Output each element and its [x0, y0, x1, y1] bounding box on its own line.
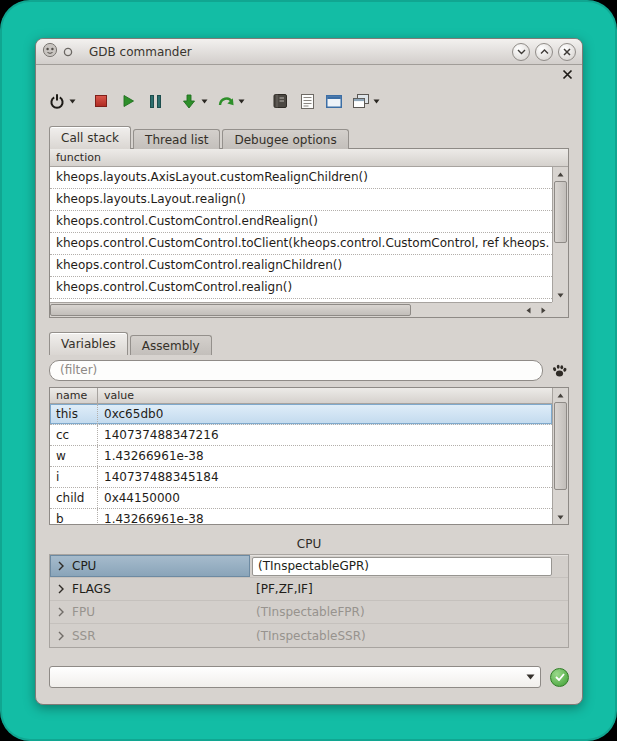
- pause-button[interactable]: [146, 89, 164, 113]
- windows-dropdown-arrow[interactable]: [373, 99, 380, 104]
- cpu-row[interactable]: FLAGS [PF,ZF,IF]: [50, 578, 568, 601]
- tab-assembly[interactable]: Assembly: [130, 335, 212, 355]
- cpu-value-edit[interactable]: (TInspectableGPR): [252, 557, 552, 576]
- tab-variables[interactable]: Variables: [49, 332, 128, 355]
- tab-call-stack[interactable]: Call stack: [49, 126, 131, 149]
- cpu-row-namecell[interactable]: FPU: [50, 601, 250, 623]
- output-log-button[interactable]: [298, 89, 316, 113]
- variables-vertical-scrollbar[interactable]: [552, 388, 568, 524]
- close-icon: [562, 69, 573, 80]
- callstack-row[interactable]: kheops.layouts.AxisLayout.customRealignC…: [50, 167, 552, 189]
- variable-row[interactable]: w 1.43266961e-38: [50, 446, 552, 467]
- filter-row: [49, 359, 569, 381]
- chevron-right-icon[interactable]: [50, 561, 72, 571]
- arrow-right-icon: [541, 307, 546, 314]
- variable-value: 1.43266961e-38: [98, 449, 204, 463]
- arrow-up-icon: [557, 172, 564, 177]
- cpu-row-namecell[interactable]: CPU: [50, 555, 250, 577]
- stop-icon: [95, 95, 107, 107]
- variables-header[interactable]: name value: [50, 388, 568, 404]
- chevron-right-icon[interactable]: [50, 607, 72, 617]
- variable-row[interactable]: child 0x44150000: [50, 488, 552, 509]
- scrollbar-thumb[interactable]: [554, 181, 567, 243]
- cpu-row[interactable]: FPU (TInspectableFPR): [50, 601, 568, 624]
- filter-options-icon[interactable]: [549, 361, 569, 379]
- gdb-command-input[interactable]: [50, 668, 520, 686]
- scrollbar-thumb[interactable]: [554, 402, 567, 490]
- scroll-left-button[interactable]: [521, 303, 536, 317]
- scroll-right-button[interactable]: [536, 303, 551, 317]
- dropdown-arrow-icon: [238, 99, 245, 104]
- variable-row[interactable]: this 0xc65db0: [50, 404, 552, 425]
- callstack-row[interactable]: kheops.layouts.Layout.realign(): [50, 189, 552, 211]
- minimize-button[interactable]: [512, 43, 530, 61]
- variable-name: child: [50, 488, 98, 508]
- stop-button[interactable]: [92, 89, 110, 113]
- step-over-button[interactable]: [217, 89, 235, 113]
- titlebar[interactable]: GDB commander: [36, 39, 582, 65]
- callstack-vertical-scrollbar[interactable]: [552, 167, 568, 302]
- power-dropdown-arrow[interactable]: [69, 99, 76, 104]
- callstack-header[interactable]: function: [50, 149, 568, 167]
- chevron-down-icon: [517, 49, 526, 55]
- list-icon: [301, 94, 314, 109]
- callstack-row[interactable]: kheops.control.CustomControl.endRealign(…: [50, 211, 552, 233]
- callstack-list: kheops.layouts.AxisLayout.customRealignC…: [50, 167, 552, 302]
- gdb-command-combo[interactable]: [49, 666, 541, 688]
- scroll-down-button[interactable]: [553, 288, 568, 302]
- dropdown-arrow-icon: [526, 674, 535, 680]
- chevron-right-icon[interactable]: [50, 631, 72, 641]
- run-button[interactable]: [119, 89, 137, 113]
- cpu-row-namecell[interactable]: SSR: [50, 624, 250, 647]
- scrollbar-corner: [552, 302, 568, 317]
- variable-name: w: [50, 446, 98, 466]
- send-command-button[interactable]: [550, 668, 569, 687]
- step-into-button[interactable]: [180, 89, 198, 113]
- callstack-row[interactable]: kheops.control.CustomControl.toClient(kh…: [50, 233, 552, 255]
- cpu-row[interactable]: CPU (TInspectableGPR): [50, 555, 568, 578]
- filter-input[interactable]: [49, 360, 543, 381]
- variable-row[interactable]: b 1.43266961e-38: [50, 509, 552, 524]
- tab-debugee-options[interactable]: Debugee options: [222, 129, 348, 149]
- step-over-dropdown-arrow[interactable]: [238, 99, 245, 104]
- variable-row[interactable]: i 140737488345184: [50, 467, 552, 488]
- cpu-row[interactable]: SSR (TInspectableSSR): [50, 624, 568, 647]
- column-header-value[interactable]: value: [98, 388, 134, 403]
- callstack-horizontal-scrollbar[interactable]: [50, 302, 552, 317]
- variable-name: b: [50, 509, 98, 524]
- column-header-name[interactable]: name: [50, 388, 98, 403]
- app-icon[interactable]: [42, 42, 58, 62]
- cpu-row-namecell[interactable]: FLAGS: [50, 578, 250, 600]
- callstack-row[interactable]: kheops.control.CustomControl.realignChil…: [50, 255, 552, 277]
- combo-dropdown-button[interactable]: [520, 674, 540, 680]
- registers-button[interactable]: [271, 89, 289, 113]
- column-header-function[interactable]: function: [50, 149, 101, 166]
- scroll-up-button[interactable]: [553, 388, 568, 402]
- scroll-down-button[interactable]: [553, 510, 568, 524]
- dock-close-button[interactable]: [561, 68, 573, 80]
- book-icon: [273, 93, 288, 109]
- variable-value: 140737488347216: [98, 428, 219, 442]
- power-button[interactable]: [48, 89, 66, 113]
- target-window-button[interactable]: [325, 89, 343, 113]
- maximize-button[interactable]: [535, 43, 553, 61]
- dropdown-arrow-icon: [201, 99, 208, 104]
- close-icon: [563, 48, 571, 56]
- arrow-left-icon: [526, 307, 531, 314]
- scroll-up-button[interactable]: [553, 167, 568, 181]
- window-title: GDB commander: [89, 45, 507, 59]
- cpu-row-value: (TInspectableSSR): [250, 629, 568, 643]
- dock-header: [36, 65, 582, 83]
- step-into-dropdown-arrow[interactable]: [201, 99, 208, 104]
- pause-icon: [150, 95, 161, 108]
- tab-thread-list[interactable]: Thread list: [133, 129, 220, 149]
- pin-icon[interactable]: [63, 42, 73, 61]
- close-button[interactable]: [558, 43, 576, 61]
- chevron-right-icon[interactable]: [50, 584, 72, 594]
- scrollbar-thumb[interactable]: [50, 304, 411, 316]
- windows-button[interactable]: [352, 89, 370, 113]
- variable-row[interactable]: cc 140737488347216: [50, 425, 552, 446]
- callstack-row[interactable]: kheops.control.CustomControl.realign(): [50, 277, 552, 299]
- step-over-icon: [218, 94, 235, 108]
- callstack-tabbar: Call stack Thread list Debugee options: [36, 126, 582, 149]
